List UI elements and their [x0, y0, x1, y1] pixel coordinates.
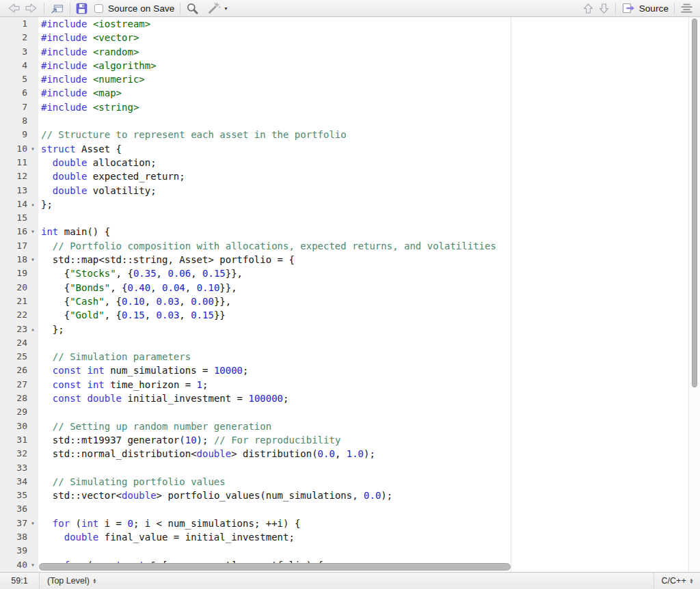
line-number[interactable]: 3 [0, 45, 27, 59]
gutter-cell[interactable]: 1 [0, 17, 38, 31]
line-number[interactable]: 15 [0, 211, 27, 225]
gutter-cell[interactable]: 5 [0, 72, 38, 86]
line-number[interactable]: 23 [0, 323, 27, 336]
fold-close-icon[interactable]: ▴ [27, 323, 38, 336]
code-text[interactable]: const int time_horizon = 1; [38, 378, 208, 392]
code-text[interactable] [38, 336, 41, 350]
gutter-cell[interactable]: 14▴ [0, 197, 38, 211]
line-number[interactable]: 16 [0, 225, 27, 238]
scope-selector[interactable]: (Top Level) ▴▾ [40, 576, 103, 586]
gutter-cell[interactable]: 25 [0, 350, 38, 364]
fold-open-icon[interactable]: ▾ [27, 558, 38, 572]
gutter-cell[interactable]: 13 [0, 184, 38, 197]
code-text[interactable]: #include <vector> [38, 31, 139, 44]
gutter-cell[interactable]: 26 [0, 364, 38, 377]
code-text[interactable]: {"Stocks", {0.35, 0.06, 0.15}}, [38, 266, 243, 280]
line-number[interactable]: 8 [0, 114, 27, 128]
code-text[interactable]: #include <iostream> [38, 17, 150, 31]
gutter-cell[interactable]: 6 [0, 86, 38, 100]
line-number[interactable]: 31 [0, 433, 27, 447]
code-text[interactable]: // Simulation parameters [38, 350, 191, 364]
code-text[interactable] [38, 544, 41, 558]
code-editor[interactable]: 1#include <iostream>2#include <vector>3#… [0, 17, 700, 572]
line-number[interactable]: 21 [0, 294, 27, 308]
code-text[interactable]: {"Gold", {0.15, 0.03, 0.15}} [38, 308, 226, 322]
line-number[interactable]: 17 [0, 239, 27, 253]
gutter-cell[interactable]: 12 [0, 169, 38, 183]
gutter-cell[interactable]: 10▾ [0, 142, 38, 156]
fold-open-icon[interactable]: ▾ [27, 517, 38, 530]
gutter-cell[interactable]: 15 [0, 211, 38, 225]
code-text[interactable] [38, 405, 41, 419]
gutter-cell[interactable]: 4 [0, 59, 38, 72]
line-number[interactable]: 2 [0, 31, 27, 44]
code-text[interactable]: #include <numeric> [38, 72, 145, 86]
line-number[interactable]: 12 [0, 169, 27, 183]
gutter-cell[interactable]: 39 [0, 544, 38, 558]
code-text[interactable]: std::mt19937 generator(10); // For repro… [38, 433, 340, 447]
code-text[interactable]: std::normal_distribution<double> distrib… [38, 447, 375, 461]
code-text[interactable]: double allocation; [38, 156, 157, 169]
code-text[interactable]: {"Bonds", {0.40, 0.04, 0.10}}, [38, 281, 237, 294]
line-number[interactable]: 11 [0, 156, 27, 169]
code-text[interactable] [38, 211, 41, 225]
code-text[interactable] [38, 502, 41, 516]
gutter-cell[interactable]: 27 [0, 378, 38, 392]
line-number[interactable]: 10 [0, 142, 27, 156]
horizontal-scrollbar-thumb[interactable] [39, 563, 511, 571]
line-number[interactable]: 14 [0, 197, 27, 211]
gutter-cell[interactable]: 21 [0, 294, 38, 308]
line-number[interactable]: 9 [0, 128, 27, 141]
line-number[interactable]: 29 [0, 405, 27, 419]
line-number[interactable]: 4 [0, 59, 27, 72]
code-text[interactable]: const int num_simulations = 10000; [38, 364, 249, 377]
code-text[interactable]: // Setting up random number generation [38, 420, 271, 433]
line-number[interactable]: 20 [0, 281, 27, 294]
gutter-cell[interactable]: 24 [0, 336, 38, 350]
gutter-cell[interactable]: 23▴ [0, 323, 38, 336]
line-number[interactable]: 13 [0, 184, 27, 197]
find-replace-button[interactable] [186, 1, 199, 16]
fold-close-icon[interactable]: ▴ [27, 197, 38, 211]
line-number[interactable]: 19 [0, 266, 27, 280]
gutter-cell[interactable]: 37▾ [0, 517, 38, 530]
gutter-cell[interactable]: 30 [0, 420, 38, 433]
code-text[interactable]: double expected_return; [38, 169, 185, 183]
file-type-selector[interactable]: C/C++ ▴▾ [654, 576, 700, 586]
code-text[interactable]: #include <string> [38, 100, 139, 114]
line-number[interactable]: 28 [0, 392, 27, 405]
gutter-cell[interactable]: 38 [0, 530, 38, 544]
code-text[interactable]: // Simulating portfolio values [38, 475, 226, 489]
line-number[interactable]: 7 [0, 100, 27, 114]
open-in-new-window-button[interactable] [50, 1, 64, 16]
line-number[interactable]: 32 [0, 447, 27, 461]
gutter-cell[interactable]: 17 [0, 239, 38, 253]
gutter-cell[interactable]: 40▾ [0, 558, 38, 572]
document-outline-button[interactable] [680, 1, 693, 16]
line-number[interactable]: 38 [0, 530, 27, 544]
code-text[interactable]: double final_value = initial_investment; [38, 530, 295, 544]
code-text[interactable]: #include <algorithm> [38, 59, 157, 72]
line-number[interactable]: 36 [0, 502, 27, 516]
line-number[interactable]: 24 [0, 336, 27, 350]
gutter-cell[interactable]: 11 [0, 156, 38, 169]
code-text[interactable]: // Structure to represent each asset in … [38, 128, 347, 141]
gutter-cell[interactable]: 9 [0, 128, 38, 141]
line-number[interactable]: 30 [0, 420, 27, 433]
line-number[interactable]: 1 [0, 17, 27, 31]
fold-open-icon[interactable]: ▾ [27, 142, 38, 156]
source-on-save-checkbox[interactable] [94, 4, 103, 13]
line-number[interactable]: 25 [0, 350, 27, 364]
code-text[interactable]: {"Cash", {0.10, 0.03, 0.00}}, [38, 294, 231, 308]
gutter-cell[interactable]: 29 [0, 405, 38, 419]
line-number[interactable]: 5 [0, 72, 27, 86]
code-text[interactable]: std::map<std::string, Asset> portfolio =… [38, 253, 295, 266]
line-number[interactable]: 33 [0, 461, 27, 475]
gutter-cell[interactable]: 8 [0, 114, 38, 128]
code-text[interactable]: #include <map> [38, 86, 122, 100]
gutter-cell[interactable]: 36 [0, 502, 38, 516]
source-button[interactable]: Source [621, 1, 669, 16]
gutter-cell[interactable]: 32 [0, 447, 38, 461]
line-number[interactable]: 6 [0, 86, 27, 100]
gutter-cell[interactable]: 18▾ [0, 253, 38, 266]
